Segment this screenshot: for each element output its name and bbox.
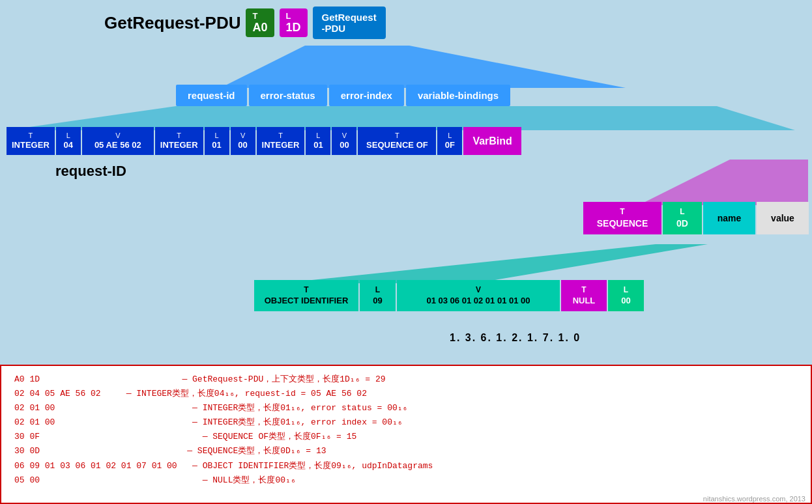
code-line-1: A0 1D — GetRequest-PDU，上下文类型，长度1D₁₆ = 29 xyxy=(14,372,798,387)
tlv-t3: TINTEGER xyxy=(257,127,305,155)
field-error-status: error-status xyxy=(249,85,327,106)
svg-marker-0 xyxy=(220,46,626,88)
code-line-2: 02 04 05 AE 56 02 — INTEGER类型，长度04₁₆, re… xyxy=(14,387,798,401)
tlv-l4: L0F xyxy=(437,127,462,155)
svg-marker-3 xyxy=(280,244,708,283)
oid-numbers: 1. 3. 6. 1. 2. 1. 7. 1. 0 xyxy=(450,332,581,344)
fields-row: request-id error-status error-index vari… xyxy=(176,85,510,106)
oid-null-t: TNULL xyxy=(561,280,607,311)
code-line-8: 05 00 — NULL类型，长度00₁₆ xyxy=(14,473,798,488)
badge-l-label: L xyxy=(286,11,301,21)
tlv-l3: L01 xyxy=(306,127,330,155)
code-line-7: 06 09 01 03 06 01 02 01 07 01 00 — OBJEC… xyxy=(14,459,798,473)
field-request-id: request-id xyxy=(176,85,247,106)
tlv-row: TINTEGER L04 V05 AE 56 02 TINTEGER L01 V… xyxy=(7,127,521,155)
badge-t-value: A0 xyxy=(252,21,267,35)
code-line-5: 30 0F — SEQUENCE OF类型，长度0F₁₆ = 15 xyxy=(14,430,798,444)
request-id-label: request-ID xyxy=(55,163,126,180)
badge-name-text: GetRequest-PDU xyxy=(322,12,377,34)
field-error-index: error-index xyxy=(329,85,404,106)
badge-name: GetRequest-PDU xyxy=(313,7,386,39)
badge-t-label: T xyxy=(252,11,267,21)
watermark: nitanshics.wordpress.com, 2013 xyxy=(703,495,805,503)
tlv-l2: L01 xyxy=(205,127,229,155)
tlv-l1: L04 xyxy=(56,127,81,155)
seq-row: TSEQUENCE L0D name value xyxy=(583,202,809,234)
code-line-4: 02 01 00 — INTEGER类型，长度01₁₆, error index… xyxy=(14,415,798,430)
oid-t: TOBJECT IDENTIFIER xyxy=(254,280,358,311)
badge-t: T A0 xyxy=(246,8,274,37)
tlv-v3: V00 xyxy=(332,127,356,155)
field-variable-bindings: variable-bindings xyxy=(406,85,510,106)
seq-t: TSEQUENCE xyxy=(583,202,661,234)
oid-row: TOBJECT IDENTIFIER L09 V01 03 06 01 02 0… xyxy=(254,280,644,311)
oid-l: L09 xyxy=(360,280,396,311)
tlv-t1: TINTEGER xyxy=(7,127,55,155)
badge-l: L 1D xyxy=(280,8,308,37)
svg-marker-2 xyxy=(639,160,808,205)
oid-v: V01 03 06 01 02 01 01 01 00 xyxy=(397,280,560,311)
code-line-6: 30 0D — SEQUENCE类型，长度0D₁₆ = 13 xyxy=(14,444,798,458)
tlv-varbind: VarBind xyxy=(463,127,521,155)
oid-null-l: L00 xyxy=(608,280,644,311)
tlv-t2: TINTEGER xyxy=(155,127,203,155)
seq-l: L0D xyxy=(663,202,702,234)
tlv-t4: TSEQUENCE OF xyxy=(358,127,436,155)
seq-value: value xyxy=(757,202,809,234)
code-line-3: 02 01 00 — INTEGER类型，长度01₁₆, error statu… xyxy=(14,401,798,415)
seq-name: name xyxy=(703,202,755,234)
title-area: GetRequest-PDU T A0 L 1D GetRequest-PDU xyxy=(104,7,386,39)
tlv-v2: V00 xyxy=(231,127,255,155)
tlv-v1: V05 AE 56 02 xyxy=(82,127,154,155)
pdu-title: GetRequest-PDU xyxy=(104,13,240,33)
code-area: A0 1D — GetRequest-PDU，上下文类型，长度1D₁₆ = 29… xyxy=(0,365,812,504)
badge-l-value: 1D xyxy=(286,21,301,35)
